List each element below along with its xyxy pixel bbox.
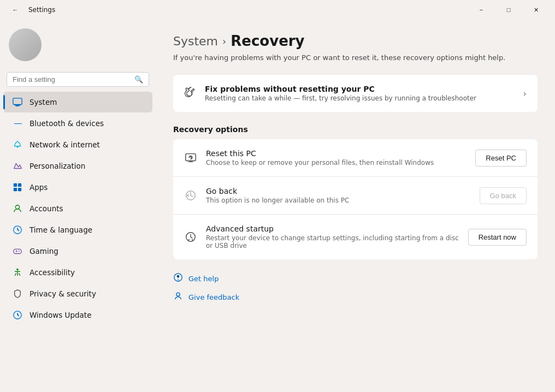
help-icon (173, 272, 183, 284)
sidebar-profile (0, 24, 156, 70)
sidebar-item-accounts[interactable]: Accounts (3, 198, 152, 219)
recovery-section-title: Recovery options (173, 125, 538, 134)
sidebar-label-gaming: Gaming (29, 247, 58, 256)
sidebar-item-network[interactable]: Network & internet (3, 134, 152, 155)
sidebar-label-network: Network & internet (29, 140, 100, 149)
sidebar-label-time: Time & language (29, 225, 92, 234)
option-row-advanced: Advanced startup Restart your device to … (173, 215, 538, 259)
time-icon (12, 224, 23, 235)
network-icon (12, 139, 23, 150)
privacy-icon (12, 288, 23, 299)
titlebar: ← Settings − □ ✕ (0, 0, 555, 20)
fix-icon (184, 86, 196, 101)
bluetooth-icon: ⸻ (12, 118, 23, 129)
svg-point-12 (16, 269, 19, 271)
main-content: System › Recovery If you're having probl… (156, 20, 555, 392)
sidebar-item-apps[interactable]: Apps (3, 177, 152, 198)
search-box[interactable]: 🔍 (7, 72, 149, 87)
svg-point-3 (17, 146, 19, 148)
app-body: 🔍 System ⸻ Bluetooth & devices Network &… (0, 20, 555, 392)
svg-rect-1 (15, 105, 19, 106)
give-feedback-label: Give feedback (188, 293, 239, 301)
svg-rect-6 (14, 188, 17, 191)
svg-rect-2 (15, 105, 21, 106)
personalization-icon (12, 161, 23, 171)
fix-card-desc: Resetting can take a while — first, try … (205, 94, 515, 102)
restart-now-button[interactable]: Restart now (468, 229, 527, 246)
svg-point-19 (176, 293, 180, 296)
back-button[interactable]: ← (7, 2, 24, 17)
sidebar-label-accounts: Accounts (29, 204, 63, 213)
avatar (9, 28, 42, 61)
app-title: Settings (28, 6, 55, 14)
breadcrumb-separator: › (222, 35, 226, 47)
sidebar-label-accessibility: Accessibility (29, 268, 75, 277)
svg-rect-5 (18, 183, 21, 187)
search-icon: 🔍 (134, 75, 143, 84)
get-help-link[interactable]: Get help (173, 272, 538, 284)
svg-rect-0 (13, 98, 22, 105)
page-subtitle: If you're having problems with your PC o… (173, 54, 538, 62)
accessibility-icon (12, 267, 23, 278)
svg-rect-7 (18, 188, 21, 191)
sidebar: 🔍 System ⸻ Bluetooth & devices Network &… (0, 20, 156, 392)
goback-text: Go back This option is no longer availab… (206, 187, 471, 204)
system-icon (12, 97, 23, 108)
apps-icon (12, 182, 23, 193)
give-feedback-link[interactable]: Give feedback (173, 291, 538, 303)
feedback-icon (173, 291, 183, 303)
reset-title: Reset this PC (206, 149, 467, 158)
sidebar-item-system[interactable]: System (3, 92, 152, 112)
sidebar-label-update: Windows Update (29, 311, 91, 319)
search-container: 🔍 (0, 70, 156, 91)
gaming-icon (12, 246, 23, 257)
goback-icon (184, 189, 197, 201)
sidebar-item-bluetooth[interactable]: ⸻ Bluetooth & devices (3, 113, 152, 134)
advanced-startup-icon (184, 231, 197, 243)
option-row-reset: Reset this PC Choose to keep or remove y… (173, 139, 538, 177)
sidebar-nav: System ⸻ Bluetooth & devices Network & i… (0, 91, 156, 326)
svg-point-18 (178, 280, 179, 281)
option-row-goback: Go back This option is no longer availab… (173, 177, 538, 215)
reset-desc: Choose to keep or remove your personal f… (206, 159, 467, 167)
window-controls: − □ ✕ (469, 2, 548, 17)
close-button[interactable]: ✕ (523, 2, 548, 17)
search-input[interactable] (13, 75, 130, 84)
titlebar-left: ← Settings (7, 2, 55, 17)
sidebar-label-system: System (29, 98, 57, 106)
recovery-options-list: Reset this PC Choose to keep or remove y… (173, 139, 538, 259)
fix-problems-card[interactable]: Fix problems without resetting your PC R… (173, 75, 538, 112)
svg-rect-10 (14, 249, 21, 253)
fix-card-title: Fix problems without resetting your PC (205, 85, 515, 93)
sidebar-label-apps: Apps (29, 183, 48, 192)
sidebar-item-update[interactable]: Windows Update (3, 305, 152, 325)
go-back-button[interactable]: Go back (480, 187, 527, 204)
sidebar-item-accessibility[interactable]: Accessibility (3, 262, 152, 283)
reset-pc-button[interactable]: Reset PC (475, 150, 527, 167)
page-title: Recovery (231, 33, 304, 49)
svg-rect-4 (14, 183, 17, 187)
sidebar-item-privacy[interactable]: Privacy & security (3, 283, 152, 304)
sidebar-item-personalization[interactable]: Personalization (3, 156, 152, 176)
maximize-button[interactable]: □ (496, 2, 521, 17)
reset-icon (184, 152, 197, 164)
advanced-desc: Restart your device to change startup se… (206, 234, 459, 250)
breadcrumb-parent: System (173, 34, 218, 48)
sidebar-item-gaming[interactable]: Gaming (3, 241, 152, 262)
goback-title: Go back (206, 187, 471, 195)
update-icon (12, 310, 23, 320)
svg-point-11 (19, 251, 20, 252)
sidebar-label-privacy: Privacy & security (29, 289, 96, 298)
sidebar-item-time[interactable]: Time & language (3, 219, 152, 240)
advanced-text: Advanced startup Restart your device to … (206, 224, 459, 250)
chevron-right-icon: › (523, 88, 527, 99)
accounts-icon (12, 203, 23, 214)
advanced-title: Advanced startup (206, 224, 459, 233)
sidebar-label-bluetooth: Bluetooth & devices (29, 119, 104, 128)
sidebar-label-personalization: Personalization (29, 162, 85, 170)
minimize-button[interactable]: − (469, 2, 494, 17)
svg-point-8 (15, 205, 19, 209)
footer-links: Get help Give feedback (173, 272, 538, 303)
reset-text: Reset this PC Choose to keep or remove y… (206, 149, 467, 167)
fix-card-text: Fix problems without resetting your PC R… (205, 85, 515, 102)
